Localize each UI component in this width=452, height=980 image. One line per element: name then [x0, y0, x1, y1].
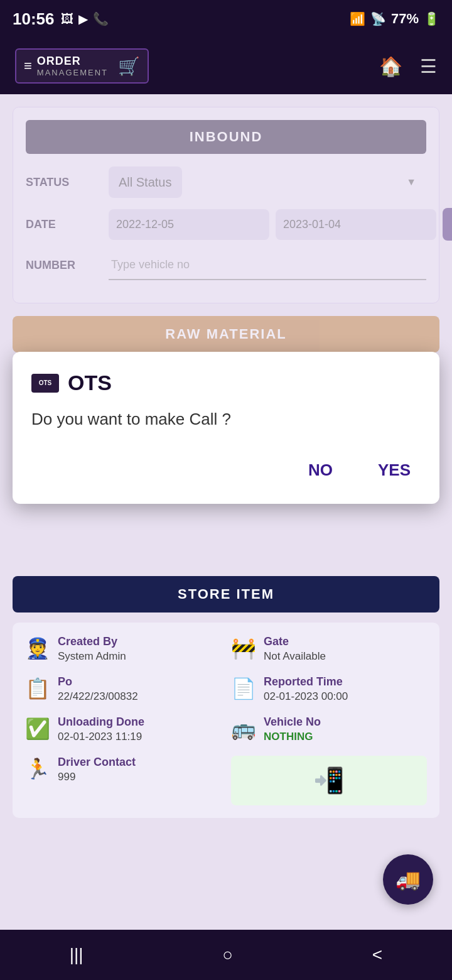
status-row: STATUS All Status	[26, 166, 426, 198]
bottom-nav-bar: ||| ○ <	[0, 930, 452, 980]
main-content: INBOUND STATUS All Status DATE 🔍	[0, 94, 452, 931]
phone-icon: 📞	[93, 11, 109, 26]
date-inputs: 🔍	[109, 208, 452, 241]
battery-level: 77%	[391, 11, 419, 27]
driver-icon: 🏃	[25, 757, 50, 781]
created-by-content: Created By System Admin	[58, 635, 126, 663]
top-nav: ≡ ORDER MANAGEMENT 🛒 🏠 ☰	[0, 38, 452, 94]
driver-contact-item: 🏃 Driver Contact 999	[25, 756, 221, 805]
driver-content: Driver Contact 999	[58, 756, 136, 783]
status-label: STATUS	[26, 176, 101, 189]
driver-value: 999	[58, 771, 136, 783]
dialog-buttons: NO YES	[31, 455, 421, 485]
truck-icon: 🚚	[396, 868, 421, 891]
vehicle-no-label: Vehicle No	[264, 716, 321, 729]
created-by-item: 👮 Created By System Admin	[25, 635, 221, 663]
call-icon-cell[interactable]: 📲	[231, 756, 427, 805]
created-by-label: Created By	[58, 635, 126, 648]
status-time: 10:56	[13, 9, 55, 29]
dialog-title: OTS	[68, 371, 112, 395]
reported-time-icon: 📄	[231, 677, 256, 700]
gate-content: Gate Not Available	[264, 635, 326, 663]
store-item-card: 👮 Created By System Admin 🚧 Gate Not Ava…	[13, 623, 439, 818]
driver-label: Driver Contact	[58, 756, 136, 769]
gate-icon: 🚧	[231, 636, 256, 660]
po-item: 📋 Po 22/422/23/00832	[25, 675, 221, 703]
inbound-title: INBOUND	[190, 129, 263, 144]
store-item-title: STORE ITEM	[178, 586, 274, 602]
nav-right[interactable]: 🏠 ☰	[379, 55, 437, 77]
created-by-value: System Admin	[58, 650, 126, 663]
logo-cart-icon: 🛒	[118, 56, 140, 77]
dialog-header: OTS OTS	[31, 371, 421, 395]
logo-mgmt: MANAGEMENT	[37, 68, 108, 77]
wifi-icon: 📶	[350, 11, 365, 26]
logo-container: ≡ ORDER MANAGEMENT 🛒	[15, 48, 149, 84]
calling-icon[interactable]: 📲	[313, 766, 345, 795]
po-value: 22/422/23/00832	[58, 690, 138, 703]
search-button[interactable]: 🔍	[443, 208, 452, 241]
dialog-logo-text: OTS	[39, 379, 52, 386]
logo-text: ORDER MANAGEMENT	[37, 55, 108, 77]
logo-box: ≡ ORDER MANAGEMENT 🛒	[15, 48, 149, 84]
home-icon[interactable]: 🏠	[379, 55, 402, 77]
reported-time-item: 📄 Reported Time 02-01-2023 00:00	[231, 675, 427, 703]
number-label: NUMBER	[26, 259, 101, 272]
status-icons: 🖼 ▶ 📞	[61, 11, 109, 26]
logo-lines-icon: ≡	[24, 58, 32, 74]
number-row: NUMBER	[26, 251, 426, 280]
date-from-input[interactable]	[109, 209, 269, 240]
vehicle-no-value: NOTHING	[264, 731, 321, 743]
person-icon: 👮	[25, 636, 50, 660]
battery-icon: 🔋	[424, 11, 439, 26]
gate-value: Not Available	[264, 650, 326, 663]
filter-card: INBOUND STATUS All Status DATE 🔍	[13, 107, 439, 303]
status-bar-left: 10:56 🖼 ▶ 📞	[13, 9, 109, 29]
inbound-title-bar: INBOUND	[26, 120, 426, 154]
reported-time-label: Reported Time	[264, 675, 348, 689]
po-label: Po	[58, 675, 138, 689]
vehicle-icon: 🚌	[231, 717, 256, 741]
reported-time-value: 02-01-2023 00:00	[264, 690, 348, 703]
po-content: Po 22/422/23/00832	[58, 675, 138, 703]
status-select[interactable]: All Status	[109, 166, 182, 198]
date-to-input[interactable]	[276, 209, 436, 240]
gate-item: 🚧 Gate Not Available	[231, 635, 427, 663]
reported-time-content: Reported Time 02-01-2023 00:00	[264, 675, 348, 703]
dialog-box: OTS OTS Do you want to make Call ? NO YE…	[13, 352, 439, 504]
unloading-item: ✅ Unloading Done 02-01-2023 11:19	[25, 716, 221, 743]
fab-truck-button[interactable]: 🚚	[383, 854, 433, 905]
signal-icon: 📡	[370, 11, 386, 26]
gate-label: Gate	[264, 635, 326, 648]
date-row: DATE 🔍	[26, 208, 426, 241]
raw-material-bar: RAW MATERIAL	[13, 316, 439, 352]
dialog-message: Do you want to make Call ?	[31, 408, 421, 430]
yes-button[interactable]: YES	[368, 455, 421, 485]
vehicle-number-input[interactable]	[109, 251, 426, 280]
raw-material-title: RAW MATERIAL	[165, 326, 286, 342]
dialog-overlay: OTS OTS Do you want to make Call ? NO YE…	[13, 352, 439, 504]
bottom-spacer	[13, 830, 439, 918]
vehicle-no-item: 🚌 Vehicle No NOTHING	[231, 716, 427, 743]
unloading-icon: ✅	[25, 717, 50, 741]
store-item-bar: STORE ITEM	[13, 576, 439, 612]
unloading-content: Unloading Done 02-01-2023 11:19	[58, 716, 144, 743]
unloading-label: Unloading Done	[58, 716, 144, 729]
menu-icon[interactable]: ☰	[420, 55, 437, 77]
po-icon: 📋	[25, 677, 50, 700]
status-select-wrapper[interactable]: All Status	[109, 166, 426, 198]
home-nav-icon[interactable]: ○	[222, 945, 233, 965]
gallery-icon: 🖼	[61, 12, 73, 26]
no-button[interactable]: NO	[298, 455, 343, 485]
status-bar-right: 📶 📡 77% 🔋	[350, 11, 439, 27]
back-icon[interactable]: <	[372, 945, 382, 965]
unloading-value: 02-01-2023 11:19	[58, 731, 144, 743]
vehicle-no-content: Vehicle No NOTHING	[264, 716, 321, 743]
status-bar: 10:56 🖼 ▶ 📞 📶 📡 77% 🔋	[0, 0, 452, 38]
back-stack-icon[interactable]: |||	[70, 945, 83, 965]
date-label: DATE	[26, 218, 101, 231]
info-grid: 👮 Created By System Admin 🚧 Gate Not Ava…	[25, 635, 427, 805]
youtube-icon: ▶	[78, 11, 88, 26]
logo-order: ORDER	[37, 55, 108, 68]
dialog-logo: OTS	[31, 374, 59, 393]
